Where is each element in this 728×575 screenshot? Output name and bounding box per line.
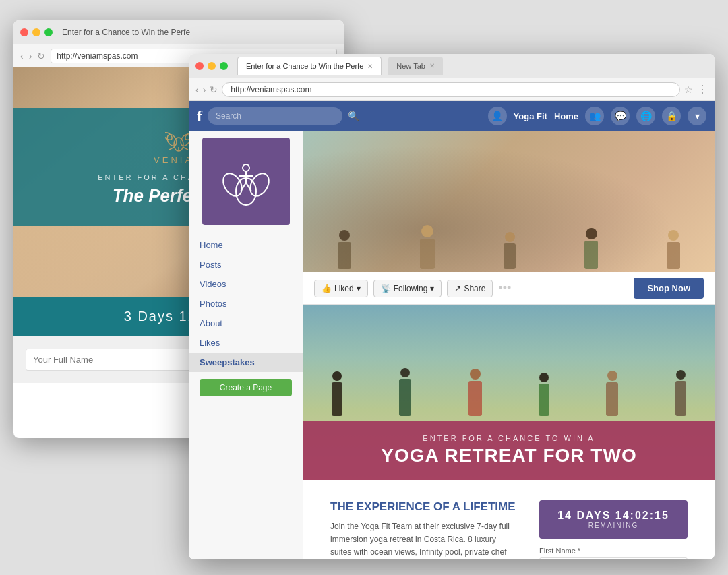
countdown-timer: 14 DAYS 14:02:15 — [550, 510, 677, 522]
front-titlebar: Enter for a Chance to Win the Perfe ✕ Ne… — [189, 54, 715, 78]
sp-4 — [539, 373, 549, 416]
bookmark-icon[interactable]: ☆ — [684, 84, 693, 95]
fb-action-bar: 👍 Liked ▾ 📡 Following ▾ ↗ Share ••• Shop… — [303, 272, 715, 305]
front-address-bar: ‹ › ↻ http://veniamspas.com ☆ ⋮ — [189, 78, 715, 101]
fb-page-profile-pic — [202, 138, 290, 225]
fb-cover-photo — [303, 131, 715, 272]
front-nav-forward[interactable]: › — [203, 84, 206, 95]
countdown-box: 14 DAYS 14:02:15 REMAINING — [539, 500, 688, 539]
shop-now-button[interactable]: Shop Now — [634, 278, 704, 299]
svg-point-3 — [165, 131, 173, 142]
following-icon: 📡 — [381, 284, 391, 293]
fb-chat-icon[interactable]: 💬 — [611, 107, 630, 125]
fb-sidebar: Home Posts Videos Photos About Likes Swe… — [189, 131, 303, 559]
fb-people-icon[interactable]: 👥 — [585, 107, 604, 125]
share-icon: ↗ — [454, 284, 461, 293]
following-label: Following — [394, 284, 428, 293]
sweeps-people — [303, 368, 715, 416]
front-tab-label: Enter for a Chance to Win the Perfe — [246, 62, 363, 70]
back-nav-back[interactable]: ‹ — [20, 51, 24, 61]
person-1 — [338, 230, 351, 269]
fb-page-name: Yoga Fit — [514, 111, 547, 121]
back-titlebar: Enter for a Chance to Win the Perfe — [13, 20, 344, 44]
first-name-label: First Name * — [539, 547, 688, 555]
svg-point-10 — [246, 170, 272, 199]
facebook-navbar: f 🔍 👤 Yoga Fit Home 👥 💬 🌐 🔒 ▾ — [189, 101, 715, 131]
svg-point-9 — [219, 170, 245, 199]
minimize-button[interactable] — [32, 28, 40, 36]
fb-page-layout: Home Posts Videos Photos About Likes Swe… — [189, 131, 715, 559]
maximize-button[interactable] — [44, 28, 53, 36]
person-3 — [504, 232, 516, 269]
sidebar-item-posts[interactable]: Posts — [189, 255, 303, 274]
more-actions-icon[interactable]: ••• — [498, 281, 511, 295]
back-nav-forward[interactable]: › — [29, 51, 32, 61]
sp-6 — [675, 370, 686, 416]
liked-button[interactable]: 👍 Liked ▾ — [314, 280, 368, 297]
fb-main-content: 👍 Liked ▾ 📡 Following ▾ ↗ Share ••• Shop… — [303, 131, 715, 559]
fb-content-section: THE EXPERIENCE OF A LIFETIME Join the Yo… — [303, 480, 715, 559]
sweeps-headline: YOGA RETREAT FOR TWO — [324, 445, 694, 466]
sidebar-item-home[interactable]: Home — [189, 235, 303, 255]
search-icon[interactable]: 🔍 — [348, 111, 359, 121]
front-close-button[interactable] — [195, 62, 204, 70]
share-button[interactable]: ↗ Share — [447, 280, 493, 297]
fb-search-input[interactable] — [208, 107, 342, 125]
front-tab-new-close[interactable]: ✕ — [429, 62, 435, 69]
fb-lock-icon[interactable]: 🔒 — [662, 107, 681, 125]
front-window: Enter for a Chance to Win the Perfe ✕ Ne… — [189, 54, 715, 559]
close-button[interactable] — [20, 28, 28, 36]
share-label: Share — [464, 284, 485, 293]
sidebar-item-photos[interactable]: Photos — [189, 294, 303, 313]
sweeps-text-overlay: ENTER FOR A CHANCE TO WIN A YOGA RETREAT… — [303, 421, 715, 480]
following-dropdown-icon: ▾ — [430, 284, 434, 293]
svg-line-7 — [183, 147, 188, 150]
liked-label: Liked — [334, 284, 354, 293]
svg-point-1 — [165, 133, 178, 148]
sidebar-item-sweepstakes[interactable]: Sweepstakes — [189, 353, 303, 372]
fb-friends-icon[interactable]: 👤 — [488, 107, 507, 125]
menu-icon[interactable]: ⋮ — [697, 83, 708, 96]
following-button[interactable]: 📡 Following ▾ — [373, 280, 442, 297]
front-tab-close[interactable]: ✕ — [367, 63, 373, 70]
veniam-logo-icon — [165, 128, 192, 155]
liked-dropdown-icon: ▾ — [357, 284, 361, 293]
person-4 — [584, 228, 598, 269]
sp-5 — [606, 371, 618, 416]
front-tab-new-label: New Tab — [396, 62, 425, 70]
first-name-input[interactable] — [539, 557, 688, 559]
sidebar-item-likes[interactable]: Likes — [189, 333, 303, 353]
fb-content-left: THE EXPERIENCE OF A LIFETIME Join the Yo… — [330, 500, 519, 559]
fb-globe-icon[interactable]: 🌐 — [636, 107, 655, 125]
sidebar-item-about[interactable]: About — [189, 313, 303, 333]
sidebar-item-videos[interactable]: Videos — [189, 274, 303, 294]
front-tab-new[interactable]: New Tab ✕ — [388, 57, 443, 75]
person-2 — [420, 225, 435, 269]
experience-paragraph: Join the Yoga Fit Team at their exclusiv… — [330, 520, 519, 559]
front-minimize-button[interactable] — [208, 62, 216, 70]
front-maximize-button[interactable] — [220, 62, 228, 70]
facebook-logo: f — [197, 108, 202, 124]
experience-title: THE EXPERIENCE OF A LIFETIME — [330, 500, 519, 514]
back-window-title: Enter for a Chance to Win the Perfe — [62, 28, 337, 37]
sp-2 — [399, 368, 411, 416]
fb-nav-right: 👤 Yoga Fit Home 👥 💬 🌐 🔒 ▾ — [488, 107, 706, 125]
front-tab-active[interactable]: Enter for a Chance to Win the Perfe ✕ — [237, 57, 382, 75]
like-icon: 👍 — [322, 284, 332, 293]
create-page-button[interactable]: Create a Page — [200, 379, 292, 396]
front-nav-back[interactable]: ‹ — [195, 84, 199, 95]
fb-content-right: 14 DAYS 14:02:15 REMAINING First Name * … — [539, 500, 688, 559]
countdown-remaining-label: REMAINING — [550, 522, 677, 529]
fb-dropdown-icon[interactable]: ▾ — [688, 107, 706, 125]
front-nav-refresh[interactable]: ↻ — [210, 84, 218, 95]
back-nav-refresh[interactable]: ↻ — [37, 51, 45, 61]
cover-people — [303, 131, 715, 272]
experience-text-body: Join the Yoga Fit Team at their exclusiv… — [330, 522, 510, 559]
person-5 — [667, 230, 680, 269]
sweepstakes-banner: ENTER FOR A CHANCE TO WIN A YOGA RETREAT… — [303, 305, 715, 480]
fb-home-btn[interactable]: Home — [554, 111, 578, 121]
front-address-input[interactable]: http://veniamspas.com — [222, 82, 680, 97]
sweeps-enter-text: ENTER FOR A CHANCE TO WIN A — [324, 434, 694, 442]
sp-3 — [468, 369, 482, 416]
sp-1 — [332, 371, 342, 416]
